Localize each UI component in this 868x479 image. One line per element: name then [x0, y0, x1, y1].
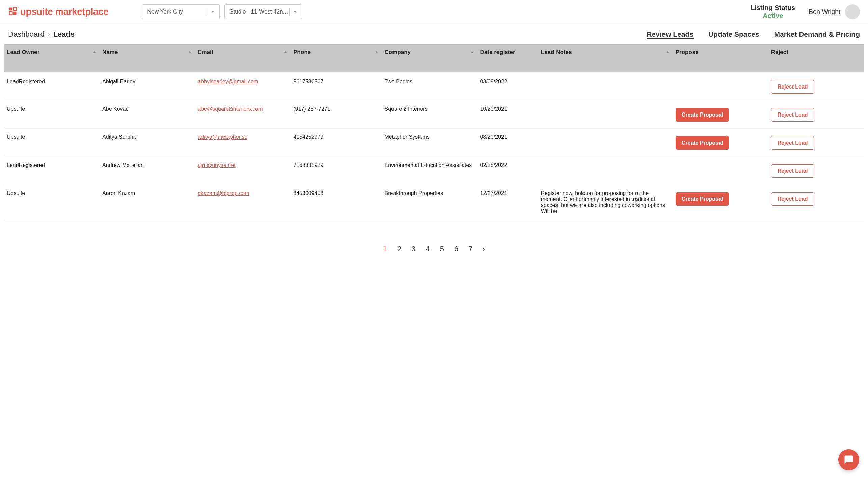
col-reject: Reject: [768, 44, 864, 72]
cell-notes: [538, 156, 673, 184]
cell-date: 03/09/2022: [478, 72, 538, 100]
listing-status-label: Listing Status: [751, 4, 795, 12]
tabs: Review Leads Update Spaces Market Demand…: [647, 30, 860, 39]
header-selects: New York City ▼ Studio - 11 West 42n... …: [142, 4, 302, 19]
breadcrumb: Dashboard › Leads: [8, 30, 75, 39]
page-4[interactable]: 4: [426, 245, 430, 253]
cell-company: Breakthrough Properties: [382, 184, 478, 221]
cell-phone: 7168332929: [291, 156, 382, 184]
email-link[interactable]: ajm@unyse.net: [198, 162, 235, 168]
table-row: UpsuiteAditya Surbhitaditya@metaphor.so4…: [4, 128, 864, 156]
cell-email: abbyisearley@gmail.com: [195, 72, 291, 100]
reject-lead-button[interactable]: Reject Lead: [771, 192, 814, 206]
svg-rect-3: [13, 12, 17, 15]
table-header-row: Lead Owner▲ Name▲ Email▲ Phone▲ Company▲…: [4, 44, 864, 72]
space-select-value: Studio - 11 West 42n...: [229, 8, 288, 15]
cell-reject: Reject Lead: [768, 100, 864, 128]
cell-owner: Upsuite: [4, 184, 100, 221]
sort-icon: ▲: [188, 50, 192, 54]
user-name: Ben Wright: [809, 8, 840, 16]
logo[interactable]: upsuite marketplace: [8, 6, 108, 17]
breadcrumb-root[interactable]: Dashboard: [8, 30, 45, 39]
chevron-right-icon: ›: [48, 31, 50, 38]
table-row: LeadRegisteredAbigail Earleyabbyisearley…: [4, 72, 864, 100]
cell-owner: LeadRegistered: [4, 72, 100, 100]
col-email[interactable]: Email▲: [195, 44, 291, 72]
cell-company: Environmental Education Associates: [382, 156, 478, 184]
table-row: UpsuiteAbe Kovaciabe@square2interiors.co…: [4, 100, 864, 128]
page-5[interactable]: 5: [440, 245, 444, 253]
logo-text: upsuite marketplace: [20, 6, 108, 17]
location-select[interactable]: New York City ▼: [142, 4, 220, 19]
reject-lead-button[interactable]: Reject Lead: [771, 80, 814, 94]
breadcrumb-current: Leads: [53, 30, 75, 39]
tab-update-spaces[interactable]: Update Spaces: [708, 30, 759, 39]
create-proposal-button[interactable]: Create Proposal: [676, 108, 729, 122]
email-link[interactable]: akazam@btprop.com: [198, 190, 249, 196]
user-area[interactable]: Ben Wright: [809, 4, 860, 19]
sort-icon: ▲: [666, 50, 670, 54]
cell-propose: Create Proposal: [673, 100, 768, 128]
page-6[interactable]: 6: [454, 245, 458, 253]
cell-name: Andrew McLellan: [100, 156, 195, 184]
cell-reject: Reject Lead: [768, 72, 864, 100]
cell-phone: (917) 257-7271: [291, 100, 382, 128]
cell-notes: [538, 100, 673, 128]
leads-table-wrap: Lead Owner▲ Name▲ Email▲ Phone▲ Company▲…: [4, 44, 864, 221]
page-7[interactable]: 7: [468, 245, 472, 253]
email-link[interactable]: aditya@metaphor.so: [198, 134, 247, 140]
col-name[interactable]: Name▲: [100, 44, 195, 72]
svg-rect-2: [9, 12, 12, 15]
col-date-register[interactable]: Date register: [478, 44, 538, 72]
subheader: Dashboard › Leads Review Leads Update Sp…: [0, 24, 868, 43]
cell-phone: 5617586567: [291, 72, 382, 100]
listing-status: Listing Status Active: [751, 4, 795, 20]
create-proposal-button[interactable]: Create Proposal: [676, 192, 729, 206]
sort-icon: ▲: [283, 50, 287, 54]
cell-email: abe@square2interiors.com: [195, 100, 291, 128]
cell-company: Two Bodies: [382, 72, 478, 100]
page-next[interactable]: ›: [483, 245, 485, 253]
cell-propose: [673, 156, 768, 184]
cell-owner: Upsuite: [4, 128, 100, 156]
cell-date: 02/28/2022: [478, 156, 538, 184]
cell-name: Abe Kovaci: [100, 100, 195, 128]
cell-date: 10/20/2021: [478, 100, 538, 128]
col-propose: Propose: [673, 44, 768, 72]
cell-reject: Reject Lead: [768, 184, 864, 221]
space-select[interactable]: Studio - 11 West 42n... ▼: [224, 4, 302, 19]
col-phone[interactable]: Phone▲: [291, 44, 382, 72]
sort-icon: ▲: [375, 50, 379, 54]
cell-company: Square 2 Interiors: [382, 100, 478, 128]
col-company[interactable]: Company▲: [382, 44, 478, 72]
reject-lead-button[interactable]: Reject Lead: [771, 136, 814, 150]
leads-table: Lead Owner▲ Name▲ Email▲ Phone▲ Company▲…: [4, 44, 864, 221]
cell-propose: Create Proposal: [673, 184, 768, 221]
sort-icon: ▲: [470, 50, 474, 54]
svg-rect-0: [9, 8, 12, 11]
cell-notes: [538, 72, 673, 100]
email-link[interactable]: abe@square2interiors.com: [198, 106, 263, 112]
pagination: 1234567›: [0, 245, 868, 253]
table-row: LeadRegisteredAndrew McLellanajm@unyse.n…: [4, 156, 864, 184]
tab-review-leads[interactable]: Review Leads: [647, 30, 694, 39]
cell-email: akazam@btprop.com: [195, 184, 291, 221]
tab-market-demand[interactable]: Market Demand & Pricing: [774, 30, 860, 39]
chevron-down-icon: ▼: [293, 9, 297, 14]
email-link[interactable]: abbyisearley@gmail.com: [198, 79, 258, 84]
page-3[interactable]: 3: [411, 245, 415, 253]
cell-phone: 8453009458: [291, 184, 382, 221]
page-2[interactable]: 2: [397, 245, 401, 253]
cell-phone: 4154252979: [291, 128, 382, 156]
reject-lead-button[interactable]: Reject Lead: [771, 108, 814, 122]
reject-lead-button[interactable]: Reject Lead: [771, 164, 814, 178]
chevron-down-icon: ▼: [211, 9, 215, 14]
col-lead-owner[interactable]: Lead Owner▲: [4, 44, 100, 72]
logo-icon: [8, 6, 18, 17]
create-proposal-button[interactable]: Create Proposal: [676, 136, 729, 150]
cell-date: 08/20/2021: [478, 128, 538, 156]
cell-propose: [673, 72, 768, 100]
avatar: [845, 4, 860, 19]
page-1[interactable]: 1: [383, 245, 387, 253]
col-lead-notes[interactable]: Lead Notes▲: [538, 44, 673, 72]
